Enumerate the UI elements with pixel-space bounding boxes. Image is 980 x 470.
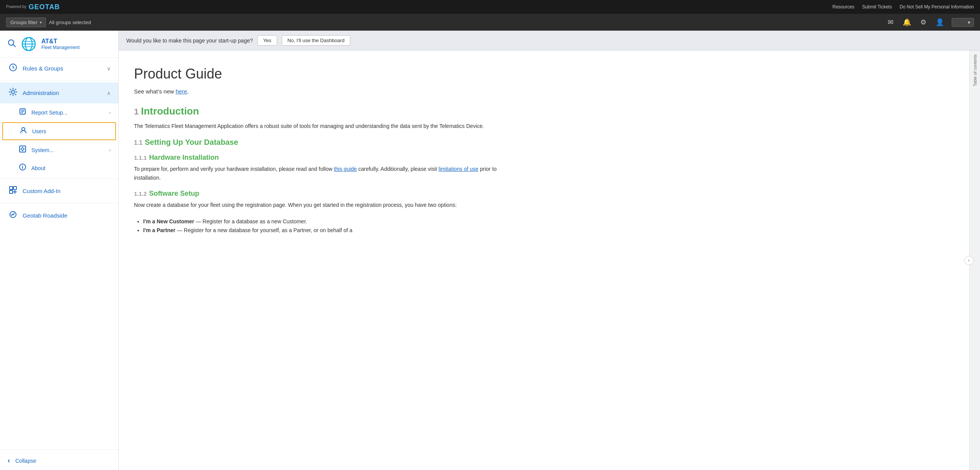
hardware-body-prefix: To prepare for, perform and verify your … <box>134 166 334 172</box>
bullet-2-text: — Register for a new database for yourse… <box>175 227 352 233</box>
svg-rect-25 <box>10 190 13 193</box>
groups-filter-container: Groups filter ▾ All groups selected <box>6 18 91 27</box>
hardware-body-middle: carefully. Additionally, please visit <box>357 166 438 172</box>
user-menu-name <box>955 20 966 25</box>
doc-subtitle-suffix: . <box>187 88 189 95</box>
doc-subtitle-prefix: See what's new <box>134 88 176 95</box>
limitations-of-use-link[interactable]: limitations of use <box>439 166 479 172</box>
user-menu-arrow-icon: ▾ <box>968 20 970 25</box>
section-1-num: 1 <box>134 107 139 116</box>
doc-subtitle: See what's new here. <box>134 88 517 95</box>
brand-name: AT&T <box>41 38 80 45</box>
resources-link[interactable]: Resources <box>833 4 854 10</box>
toc-collapse-button[interactable]: ‹ <box>964 256 973 265</box>
report-setup-icon <box>19 108 26 117</box>
groups-filter-label: Groups filter <box>10 20 38 25</box>
section-1-1-1-title: Hardware Installation <box>149 154 219 161</box>
svg-rect-23 <box>10 187 13 190</box>
search-button[interactable] <box>8 39 16 49</box>
divider-bottom <box>0 449 118 450</box>
sidebar-item-about[interactable]: About <box>0 159 118 177</box>
divider-1 <box>0 80 118 81</box>
toc-label[interactable]: Table of contents <box>973 54 977 86</box>
custom-add-in-icon <box>9 186 17 196</box>
sidebar-item-report-setup[interactable]: Report Setup... › <box>0 103 118 121</box>
about-label: About <box>31 165 46 171</box>
about-icon <box>19 164 26 172</box>
section-1-1-1-heading: 1.1.1Hardware Installation <box>134 154 517 162</box>
user-icon-button[interactable]: 👤 <box>934 16 946 28</box>
top-bar-links: Resources Submit Tickets Do Not Sell My … <box>833 4 974 10</box>
doc-container[interactable]: Product Guide See what's new here. 1Intr… <box>119 51 969 470</box>
second-bar-right: ✉ 🔔 ⚙ 👤 ▾ <box>886 16 974 28</box>
search-icon <box>8 39 16 47</box>
divider-3 <box>0 203 118 203</box>
doc-title: Product Guide <box>134 66 517 82</box>
sidebar-item-geotab-roadside[interactable]: Geotab Roadside <box>0 205 118 226</box>
bullet-1-bold: I'm a New Customer <box>143 218 194 224</box>
bullet-item-1: I'm a New Customer — Register for a data… <box>143 217 517 226</box>
bullet-list: I'm a New Customer — Register for a data… <box>143 217 517 236</box>
mail-icon-button[interactable]: ✉ <box>886 16 895 28</box>
collapse-button[interactable]: ‹ Collapse <box>0 451 118 470</box>
bell-icon-button[interactable]: 🔔 <box>901 16 913 28</box>
top-bar: Powered by GEOTAB Resources Submit Ticke… <box>0 0 980 14</box>
collapse-icon: ‹ <box>8 457 10 465</box>
groups-filter-arrow-icon: ▾ <box>40 20 42 25</box>
section-1-1-1-body: To prepare for, perform and verify your … <box>134 165 517 182</box>
brand-sub: Fleet Management <box>41 45 80 50</box>
groups-filter-button[interactable]: Groups filter ▾ <box>6 18 46 27</box>
toc-collapse-arrow-icon: ‹ <box>968 258 970 263</box>
section-1-1-1-num: 1.1.1 <box>134 154 147 161</box>
yes-button[interactable]: Yes <box>257 35 277 46</box>
section-1-1-2-heading: 1.1.2Software Setup <box>134 190 517 198</box>
do-not-sell-link[interactable]: Do Not Sell My Personal Information <box>900 4 974 10</box>
svg-rect-24 <box>13 187 16 190</box>
startup-bar: Would you like to make this page your st… <box>119 31 980 51</box>
bullet-item-2: I'm a Partner — Register for a new datab… <box>143 226 517 235</box>
administration-label: Administration <box>23 90 59 96</box>
brand-logo: AT&T Fleet Management <box>41 38 80 50</box>
sidebar-item-administration[interactable]: Administration ∧ <box>0 82 118 103</box>
geotab-logo: GEOTAB <box>29 3 60 11</box>
svg-point-8 <box>11 90 15 93</box>
sidebar-item-custom-add-in[interactable]: Custom Add-In <box>0 180 118 201</box>
doc-wrapper: Product Guide See what's new here. 1Intr… <box>119 51 980 470</box>
users-label: Users <box>32 128 46 134</box>
toc-sidebar: ‹ Table of contents <box>969 51 980 470</box>
sidebar: AT&T Fleet Management Rules & Groups ∨ <box>0 31 119 470</box>
rules-groups-label: Rules & Groups <box>23 65 63 72</box>
all-groups-text: All groups selected <box>49 20 91 25</box>
section-1-1-heading: 1.1Setting Up Your Database <box>134 138 517 147</box>
section-1-1-2-num: 1.1.2 <box>134 190 147 197</box>
sidebar-header: AT&T Fleet Management <box>0 31 118 58</box>
no-dashboard-button[interactable]: No, I'll use the Dashboard <box>282 35 350 46</box>
main-layout: AT&T Fleet Management Rules & Groups ∨ <box>0 31 980 470</box>
sidebar-item-rules-groups[interactable]: Rules & Groups ∨ <box>0 58 118 79</box>
here-link[interactable]: here <box>176 88 187 95</box>
svg-line-1 <box>13 44 15 47</box>
section-1-title: Introduction <box>141 105 199 117</box>
section-1-1-2-title: Software Setup <box>149 190 199 197</box>
system-icon <box>19 146 26 154</box>
system-arrow-icon: › <box>109 147 111 153</box>
section-1-1-num: 1.1 <box>134 139 142 146</box>
geotab-roadside-label: Geotab Roadside <box>23 212 67 219</box>
user-menu[interactable]: ▾ <box>952 18 974 27</box>
svg-point-13 <box>22 128 25 131</box>
submit-tickets-link[interactable]: Submit Tickets <box>862 4 892 10</box>
startup-question: Would you like to make this page your st… <box>126 38 253 44</box>
section-1-heading: 1Introduction <box>134 105 517 117</box>
gear-icon-button[interactable]: ⚙ <box>919 16 928 28</box>
sidebar-item-system[interactable]: System... › <box>0 141 118 159</box>
sidebar-item-users[interactable]: Users <box>2 122 116 140</box>
section-1-1-2-body: Now create a database for your fleet usi… <box>134 201 517 209</box>
report-setup-arrow-icon: › <box>109 110 111 115</box>
geotab-roadside-icon <box>9 210 17 221</box>
this-guide-link[interactable]: this guide <box>334 166 357 172</box>
collapse-label: Collapse <box>15 458 36 464</box>
report-setup-label: Report Setup... <box>31 110 67 116</box>
svg-point-15 <box>21 148 24 150</box>
divider-2 <box>0 179 118 179</box>
system-label: System... <box>31 147 54 153</box>
